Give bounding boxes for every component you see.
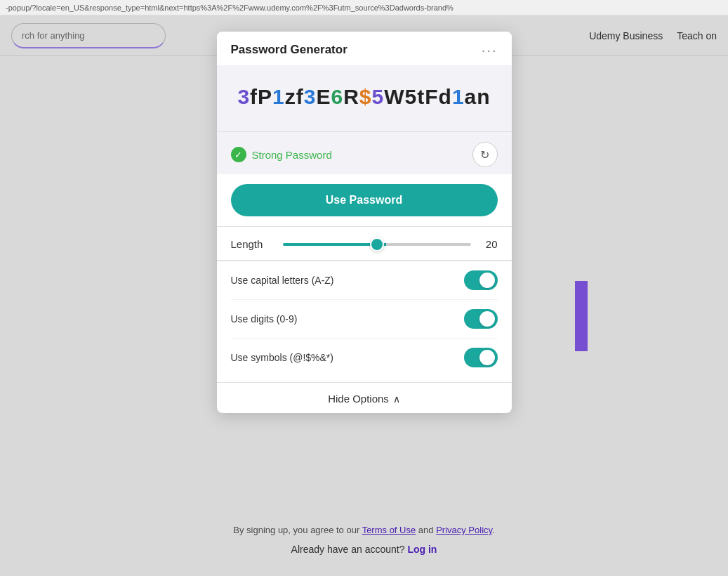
toggle-capital-slider (464, 270, 498, 290)
password-generator-popup: Password Generator ··· 3fP1zf3E6R$5W5tFd… (217, 32, 512, 413)
toggle-label-capital: Use capital letters (A-Z) (231, 275, 334, 286)
toggle-row-digits: Use digits (0-9) (231, 300, 498, 339)
toggle-row-capital: Use capital letters (A-Z) (231, 261, 498, 300)
hide-options-label: Hide Options (328, 393, 389, 405)
toggle-label-digits: Use digits (0-9) (231, 313, 298, 325)
toggle-digits-slider (464, 309, 498, 329)
password-text: 3fP1zf3E6R$5W5tFd1an (231, 82, 498, 112)
toggle-row-symbols: Use symbols (@!$%&*) (231, 339, 498, 377)
refresh-password-button[interactable]: ↻ (472, 142, 498, 167)
toggle-capital-letters[interactable] (464, 270, 498, 290)
popup-header: Password Generator ··· (217, 32, 512, 65)
toggle-label-symbols: Use symbols (@!$%&*) (231, 352, 333, 363)
strength-row: ✓ Strong Password ↻ (217, 131, 512, 174)
refresh-icon: ↻ (480, 148, 489, 162)
check-icon: ✓ (231, 147, 246, 162)
url-bar: -popup/?locale=en_US&response_type=html&… (0, 0, 728, 15)
chevron-up-icon: ∧ (393, 393, 400, 405)
strength-left: ✓ Strong Password (231, 147, 332, 162)
url-text: -popup/?locale=en_US&response_type=html&… (6, 4, 454, 12)
ellipsis-icon: ··· (482, 42, 498, 58)
toggle-digits[interactable] (464, 309, 498, 329)
password-display-area: 3fP1zf3E6R$5W5tFd1an (217, 65, 512, 131)
length-label: Length (231, 238, 273, 250)
popup-menu-button[interactable]: ··· (482, 43, 498, 57)
strength-label: Strong Password (252, 149, 332, 161)
length-value: 20 (481, 238, 498, 250)
toggle-symbols[interactable] (464, 348, 498, 367)
length-section: Length 20 (217, 227, 512, 260)
toggle-section: Use capital letters (A-Z) Use digits (0-… (217, 261, 512, 382)
popup-title: Password Generator (231, 43, 348, 57)
toggle-symbols-slider (464, 348, 498, 367)
hide-options-row[interactable]: Hide Options ∧ (217, 383, 512, 413)
use-password-button[interactable]: Use Password (231, 184, 498, 216)
length-slider[interactable] (283, 243, 471, 246)
